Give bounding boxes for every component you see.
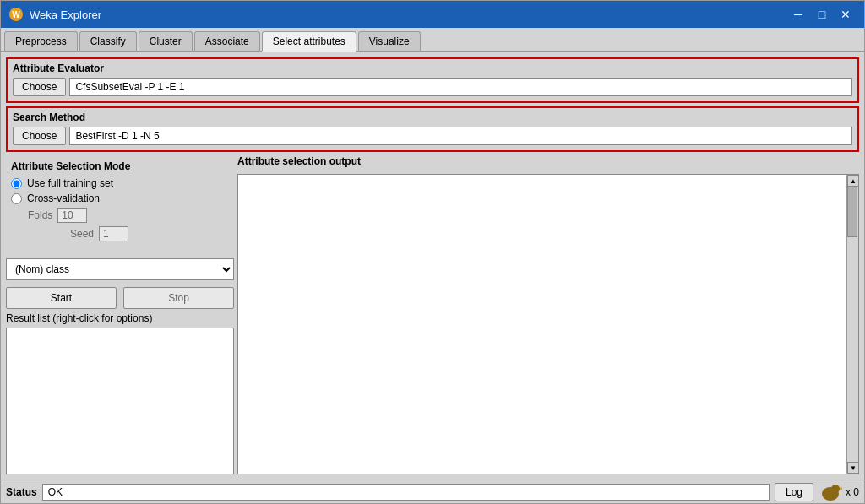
title-bar-left: W Weka Explorer xyxy=(9,8,101,21)
result-list[interactable] xyxy=(6,328,234,474)
cross-validation-label: Cross-validation xyxy=(27,192,100,204)
title-bar-buttons: ─ □ ✕ xyxy=(788,6,856,23)
result-box: Result list (right-click for options) xyxy=(6,312,234,474)
weka-icon-area: x 0 xyxy=(819,482,859,502)
attribute-evaluator-section: Attribute Evaluator Choose CfsSubsetEval… xyxy=(6,57,859,103)
search-method-row: Choose BestFirst -D 1 -N 5 xyxy=(13,127,852,145)
log-button[interactable]: Log xyxy=(775,483,813,501)
seed-input[interactable] xyxy=(99,226,128,241)
action-row: Start Stop xyxy=(6,287,234,309)
status-count: x 0 xyxy=(846,486,859,498)
svg-point-1 xyxy=(831,485,840,493)
svg-marker-2 xyxy=(840,487,842,490)
scrollbar-up-button[interactable]: ▲ xyxy=(847,175,859,187)
tab-visualize[interactable]: Visualize xyxy=(358,31,421,51)
attribute-evaluator-value: CfsSubsetEval -P 1 -E 1 xyxy=(69,78,852,96)
tab-associate[interactable]: Associate xyxy=(194,31,260,51)
mode-title: Attribute Selection Mode xyxy=(11,160,229,172)
title-bar: W Weka Explorer ─ □ ✕ xyxy=(1,1,864,28)
right-panel: Attribute selection output ▲ ▼ xyxy=(237,155,859,474)
attribute-evaluator-label: Attribute Evaluator xyxy=(13,62,852,74)
start-button[interactable]: Start xyxy=(6,287,117,309)
left-panel: Attribute Selection Mode Use full traini… xyxy=(6,155,234,474)
mode-box: Attribute Selection Mode Use full traini… xyxy=(6,155,234,248)
cross-validation-row: Cross-validation xyxy=(11,192,229,204)
status-bar: Status OK Log x 0 xyxy=(1,480,864,503)
use-full-training-label: Use full training set xyxy=(27,177,113,189)
maximize-button[interactable]: □ xyxy=(812,6,832,23)
scrollbar-thumb[interactable] xyxy=(847,187,857,237)
stop-button[interactable]: Stop xyxy=(123,287,234,309)
class-dropdown[interactable]: (Nom) class xyxy=(6,258,234,280)
seed-label: Seed xyxy=(70,228,94,240)
tab-preprocess[interactable]: Preprocess xyxy=(4,31,78,51)
search-method-choose-button[interactable]: Choose xyxy=(13,127,66,145)
tabs-bar: Preprocess Classify Cluster Associate Se… xyxy=(1,28,864,52)
search-method-label: Search Method xyxy=(13,111,852,123)
close-button[interactable]: ✕ xyxy=(835,6,856,23)
app-icon: W xyxy=(9,8,23,21)
minimize-button[interactable]: ─ xyxy=(788,6,808,23)
main-window: W Weka Explorer ─ □ ✕ Preprocess Classif… xyxy=(0,0,865,504)
app-icon-text: W xyxy=(12,10,19,19)
folds-input[interactable] xyxy=(57,208,87,223)
lower-section: Attribute Selection Mode Use full traini… xyxy=(6,155,859,474)
use-full-training-row: Use full training set xyxy=(11,177,229,189)
main-content: Attribute Evaluator Choose CfsSubsetEval… xyxy=(1,52,864,480)
status-text: OK xyxy=(42,484,770,501)
search-method-value: BestFirst -D 1 -N 5 xyxy=(69,127,852,145)
use-full-training-radio[interactable] xyxy=(11,178,22,189)
scrollbar-track: ▲ ▼ xyxy=(846,175,858,474)
tab-classify[interactable]: Classify xyxy=(79,31,137,51)
window-title: Weka Explorer xyxy=(30,8,101,21)
result-list-title: Result list (right-click for options) xyxy=(6,312,234,324)
output-area[interactable]: ▲ ▼ xyxy=(237,174,859,474)
class-dropdown-row: (Nom) class xyxy=(6,258,234,280)
attribute-evaluator-row: Choose CfsSubsetEval -P 1 -E 1 xyxy=(13,78,852,96)
status-label: Status xyxy=(6,486,37,498)
search-method-section: Search Method Choose BestFirst -D 1 -N 5 xyxy=(6,106,859,152)
folds-label: Folds xyxy=(28,209,52,221)
tab-cluster[interactable]: Cluster xyxy=(139,31,193,51)
tab-select-attributes[interactable]: Select attributes xyxy=(262,31,356,52)
folds-row: Folds xyxy=(28,208,229,223)
seed-row: Seed xyxy=(70,226,229,241)
scrollbar-down-button[interactable]: ▼ xyxy=(847,462,859,474)
cross-validation-radio[interactable] xyxy=(11,193,22,204)
output-title: Attribute selection output xyxy=(237,155,859,167)
weka-bird-icon xyxy=(819,482,842,502)
attribute-evaluator-choose-button[interactable]: Choose xyxy=(13,78,66,96)
